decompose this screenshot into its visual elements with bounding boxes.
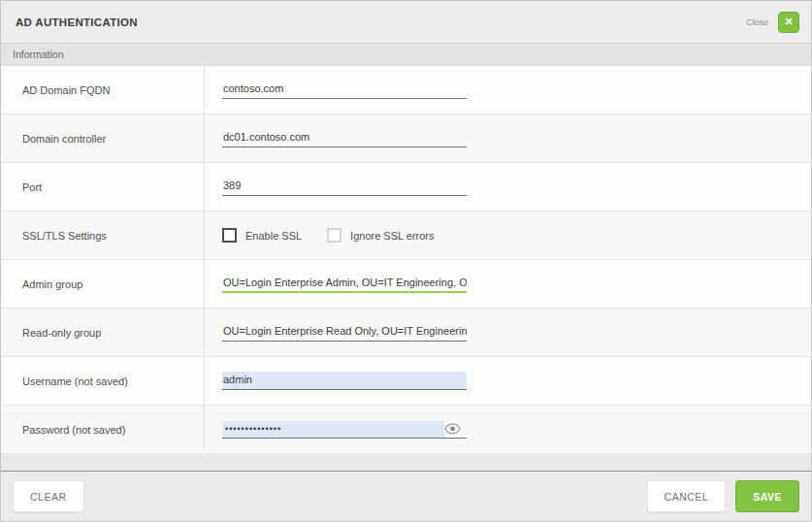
ignore-ssl-errors-label: Ignore SSL errors [350, 230, 434, 242]
field-label-port: Port [1, 163, 205, 211]
section-header-information: Information [1, 44, 811, 66]
close-icon: ✕ [784, 16, 793, 27]
cancel-button[interactable]: CANCEL [647, 480, 727, 512]
clear-button[interactable]: CLEAR [13, 480, 84, 512]
field-cell: contoso.com [205, 66, 811, 114]
field-cell: •••••••••••••• [205, 406, 811, 453]
read-only-group-input[interactable]: OU=Login Enterprise Read Only, OU=IT Eng… [222, 323, 467, 342]
close-label: Close [746, 17, 768, 27]
port-input[interactable]: 389 [222, 178, 467, 196]
section-title: Information [13, 49, 64, 60]
row-ssl-tls-settings: SSL/TLS Settings Enable SSL Ignore SSL e… [1, 212, 811, 260]
row-port: Port 389 [1, 163, 811, 212]
ignore-ssl-errors-checkbox[interactable] [327, 228, 341, 243]
dialog-header: AD AUTHENTICATION Close ✕ [1, 1, 811, 44]
footer-actions: CANCEL SAVE [647, 480, 799, 512]
dialog-footer: CLEAR CANCEL SAVE [1, 471, 811, 521]
field-cell: admin [205, 357, 811, 405]
form-table: AD Domain FQDN contoso.com Domain contro… [1, 66, 811, 454]
field-label-admin-group: Admin group [1, 260, 205, 308]
masked-password-value: •••••••••••••• [222, 421, 444, 438]
field-cell: Enable SSL Ignore SSL errors [205, 212, 811, 259]
field-label-ssl-tls-settings: SSL/TLS Settings [1, 212, 205, 259]
dialog-title: AD AUTHENTICATION [16, 16, 138, 28]
domain-controller-input[interactable]: dc01.contoso.com [222, 129, 467, 147]
admin-group-input[interactable]: OU=Login Enterprise Admin, OU=IT Enginee… [222, 275, 467, 293]
row-ad-domain-fqdn: AD Domain FQDN contoso.com [1, 66, 811, 114]
field-label-username: Username (not saved) [1, 357, 205, 405]
row-username: Username (not saved) admin [1, 357, 811, 406]
field-label-password: Password (not saved) [1, 406, 205, 453]
row-domain-controller: Domain controller dc01.contoso.com [1, 114, 811, 163]
username-input[interactable]: admin [222, 372, 467, 390]
field-label-read-only-group: Read-only group [1, 309, 205, 356]
input-value: admin [223, 374, 252, 385]
field-cell: OU=Login Enterprise Admin, OU=IT Enginee… [205, 260, 811, 308]
header-right: Close ✕ [746, 12, 799, 33]
enable-ssl-checkbox[interactable] [222, 228, 237, 243]
row-read-only-group: Read-only group OU=Login Enterprise Read… [1, 309, 811, 357]
field-cell: OU=Login Enterprise Read Only, OU=IT Eng… [205, 309, 811, 356]
ad-domain-fqdn-input[interactable]: contoso.com [222, 81, 467, 99]
input-value: 389 [223, 179, 241, 191]
field-cell: dc01.contoso.com [205, 114, 811, 162]
field-label-ad-domain-fqdn: AD Domain FQDN [1, 66, 205, 114]
input-value: OU=Login Enterprise Read Only, OU=IT Eng… [223, 325, 467, 337]
field-label-domain-controller: Domain controller [1, 114, 205, 162]
field-cell: 389 [205, 163, 811, 211]
footer-spacer [1, 454, 811, 471]
enable-ssl-label: Enable SSL [245, 230, 302, 242]
row-admin-group: Admin group OU=Login Enterprise Admin, O… [1, 260, 811, 309]
close-button[interactable]: ✕ [778, 12, 799, 33]
row-password: Password (not saved) •••••••••••••• [1, 406, 811, 454]
input-value: OU=Login Enterprise Admin, OU=IT Enginee… [223, 277, 467, 288]
input-value: contoso.com [223, 82, 283, 94]
input-value: dc01.contoso.com [223, 131, 309, 143]
password-input[interactable]: •••••••••••••• [222, 421, 467, 439]
save-button[interactable]: SAVE [735, 480, 799, 512]
ad-authentication-dialog: AD AUTHENTICATION Close ✕ Information AD… [0, 0, 812, 522]
eye-icon[interactable] [444, 423, 461, 435]
